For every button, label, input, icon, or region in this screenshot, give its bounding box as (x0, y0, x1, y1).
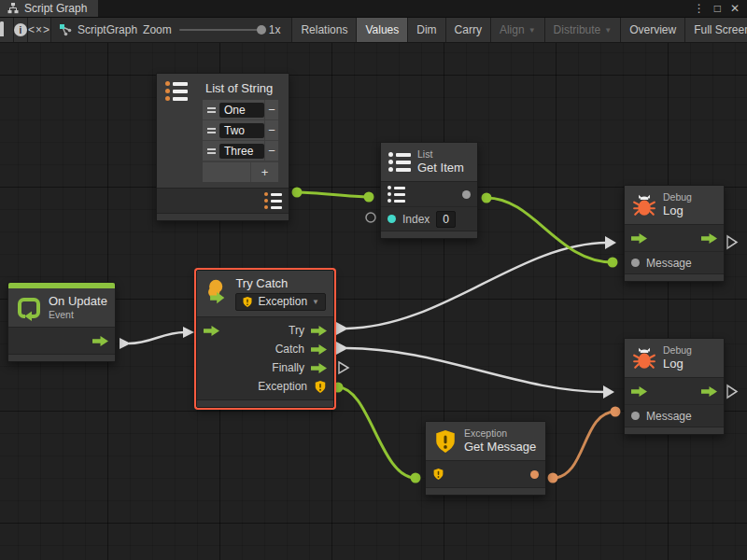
node-debug-log-top[interactable]: Debug Log Message (624, 185, 725, 282)
toolbar-button-distribute[interactable]: Distribute ▼ (545, 18, 622, 42)
exception-type-dropdown[interactable]: Exception ▼ (235, 293, 326, 311)
toolbar-button-fullscreen[interactable]: Full Screen (685, 18, 747, 42)
lock-button[interactable] (0, 18, 14, 42)
node-category: Debug (663, 191, 692, 203)
wire-try-to-log-top[interactable] (346, 243, 607, 329)
wire-endpoint[interactable] (292, 188, 303, 198)
finally-external-port[interactable] (339, 362, 348, 373)
wire-catch-to-log-bottom[interactable] (346, 348, 605, 392)
wire-endpoint[interactable] (482, 193, 492, 203)
remove-item-button[interactable]: − (264, 100, 278, 119)
maximize-icon[interactable]: □ (714, 3, 721, 14)
wire-endpoint[interactable] (611, 407, 621, 417)
list-output-port[interactable] (264, 192, 282, 209)
flow-output-port[interactable] (701, 386, 717, 397)
toolbar-button-align[interactable]: Align ▼ (491, 18, 545, 42)
node-get-item[interactable]: List Get Item Index 0 (380, 142, 478, 239)
try-catch-icon (204, 276, 229, 306)
toolbar-button-values[interactable]: Values (357, 18, 408, 42)
wire-endpoint[interactable] (364, 192, 374, 203)
output-row (157, 189, 289, 213)
node-footer (625, 427, 724, 434)
message-input-port[interactable] (631, 412, 640, 420)
wire-arrowhead[interactable] (605, 236, 616, 249)
lock-icon (0, 23, 13, 36)
toolbar-button-relations[interactable]: Relations (292, 18, 357, 42)
node-try-catch[interactable]: Try Catch Exception ▼ (196, 270, 334, 408)
toolbar-button-overview[interactable]: Overview (621, 18, 685, 42)
toolbar-button-dim[interactable]: Dim (408, 18, 445, 42)
wire-endpoint[interactable] (548, 473, 558, 483)
list-item-row: Two − (203, 120, 278, 141)
wire-list-to-getitem[interactable] (297, 192, 369, 197)
close-icon[interactable]: ✕ (730, 3, 740, 14)
log-bottom-external-port[interactable] (727, 385, 737, 398)
flow-input-port[interactable] (631, 386, 647, 397)
button-label: Values (365, 23, 399, 36)
flow-input-port[interactable] (631, 233, 647, 244)
index-input-port[interactable] (388, 215, 396, 223)
item-output-port[interactable] (462, 190, 471, 199)
wire-endpoint[interactable] (411, 473, 421, 483)
index-row: Index 0 (381, 206, 477, 231)
wire-endpoint[interactable] (333, 383, 344, 393)
wire-arrowhead[interactable] (183, 327, 194, 338)
exception-input-port[interactable] (432, 468, 444, 481)
drag-handle-icon[interactable] (203, 128, 219, 133)
node-debug-log-bottom[interactable]: Debug Log Message (624, 338, 725, 435)
node-header: Try Catch Exception ▼ (197, 271, 333, 317)
node-footer (426, 487, 545, 495)
list-item-value[interactable]: Three (219, 144, 264, 159)
node-title: Log (663, 357, 692, 371)
wire-start-cap[interactable] (336, 322, 348, 335)
flow-output-port[interactable] (92, 336, 108, 346)
drag-handle-icon[interactable] (203, 107, 219, 113)
remove-item-button[interactable]: − (264, 141, 278, 161)
finally-output-port[interactable] (311, 363, 327, 373)
remove-item-button[interactable]: − (264, 120, 278, 140)
list-item-value[interactable]: One (219, 103, 264, 118)
log-top-external-port[interactable] (727, 236, 737, 248)
zoom-slider-handle[interactable] (257, 25, 266, 35)
graph-toolbar: i <×> ScriptGraph Zoom 1x Relations (0, 17, 747, 43)
zoom-slider[interactable] (179, 29, 261, 31)
message-input-port[interactable] (631, 259, 640, 267)
index-value-field[interactable]: 0 (436, 211, 456, 228)
node-header: Debug Log (625, 339, 724, 378)
bug-icon (632, 193, 656, 217)
code-icon: <×> (28, 23, 50, 36)
code-view-button[interactable]: <×> (28, 18, 51, 42)
wire-start-cap[interactable] (336, 342, 348, 355)
wire-arrowhead[interactable] (603, 385, 614, 399)
graph-canvas[interactable]: List of String One − Two − Three (0, 43, 747, 560)
wire-onupdate-to-trycatch[interactable] (129, 332, 185, 343)
info-button[interactable]: i (14, 18, 28, 42)
node-get-message[interactable]: Exception Get Message (425, 421, 546, 496)
node-header: On Update Event (8, 288, 115, 328)
wire-exception-to-getmessage[interactable] (338, 387, 416, 478)
add-item-button[interactable]: + (250, 162, 278, 182)
node-list-of-string[interactable]: List of String One − Two − Three (156, 73, 289, 221)
toolbar-button-carry[interactable]: Carry (446, 18, 491, 42)
index-external-port[interactable] (366, 213, 375, 222)
message-output-port[interactable] (530, 470, 539, 479)
flow-output-port[interactable] (701, 233, 717, 244)
wire-endpoint[interactable] (608, 258, 618, 268)
flow-row (625, 225, 724, 251)
flow-input-port[interactable] (204, 326, 219, 336)
menu-icon[interactable]: ⋮ (694, 3, 705, 14)
update-loop-icon (16, 295, 42, 321)
try-output-port[interactable] (311, 326, 327, 336)
zoom-control: Zoom 1x (143, 23, 284, 36)
tab-script-graph[interactable]: Script Graph (0, 0, 98, 17)
catch-output-port[interactable] (311, 344, 327, 355)
list-item-row: Three − (203, 141, 278, 161)
info-icon: i (14, 23, 27, 36)
exception-output-port[interactable] (314, 380, 327, 394)
drag-handle-icon[interactable] (203, 148, 219, 154)
node-on-update[interactable]: On Update Event (7, 282, 116, 362)
wire-getmessage-to-log-bottom[interactable] (553, 412, 615, 478)
list-input-port[interactable] (388, 186, 405, 203)
wire-start-cap[interactable] (120, 338, 131, 349)
list-item-value[interactable]: Two (219, 123, 264, 138)
